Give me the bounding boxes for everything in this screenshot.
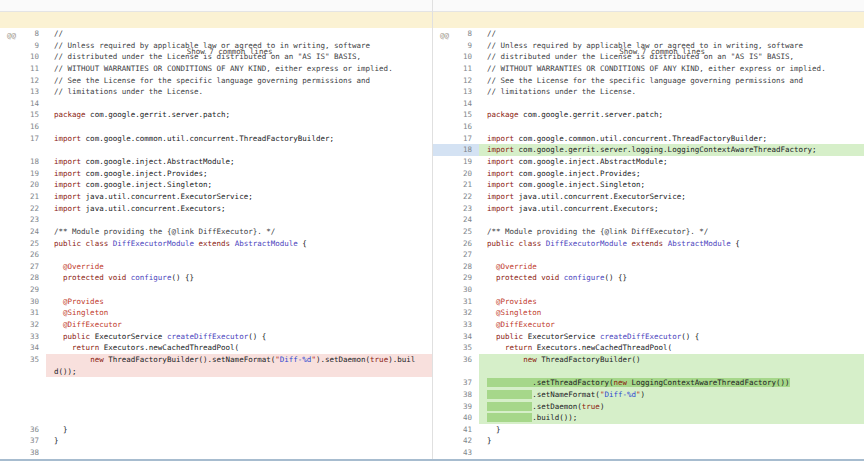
line-number[interactable]: 43	[433, 447, 479, 459]
code-line: import com.google.inject.AbstractModule;	[479, 156, 864, 168]
line-number[interactable]: 21	[0, 191, 46, 203]
line-number[interactable]: 24	[0, 226, 46, 238]
line-number[interactable]: 17	[0, 133, 46, 145]
line-number[interactable]: 19	[433, 156, 479, 168]
line-number[interactable]: 38	[433, 389, 479, 401]
code-line	[479, 249, 864, 261]
line-number[interactable]: 11	[0, 63, 46, 75]
line-number[interactable]: 31	[0, 307, 46, 319]
code-segment: import	[54, 204, 81, 213]
code-segment: @Singleton	[63, 308, 108, 317]
line-number[interactable]: 23	[433, 203, 479, 215]
line-number[interactable]: 31	[433, 296, 479, 308]
line-number[interactable]: 11	[433, 63, 479, 75]
line-number[interactable]: 24	[433, 214, 479, 226]
diff-row: 27 @Override	[0, 261, 432, 273]
line-number[interactable]: 34	[433, 331, 479, 343]
diff-row: 26public class DiffExecutorModule extend…	[433, 238, 864, 250]
hunk-marker: @@	[7, 28, 16, 44]
line-number[interactable]: 35	[433, 342, 479, 354]
line-number[interactable]: 33	[0, 331, 46, 343]
line-number[interactable]: 22	[0, 203, 46, 215]
code-segment: com.google.inject.Singleton;	[514, 180, 645, 189]
line-number[interactable]: 16	[433, 121, 479, 133]
line-number[interactable]: 37	[433, 377, 479, 389]
line-number[interactable]: 35	[0, 354, 46, 366]
diff-row: 27	[433, 249, 864, 261]
line-number[interactable]: 34	[0, 342, 46, 354]
code-line	[479, 121, 864, 133]
line-number[interactable]: 25	[433, 226, 479, 238]
line-number[interactable]	[0, 412, 46, 424]
line-number[interactable]: 25	[0, 238, 46, 250]
code-line: .build());	[479, 412, 864, 424]
code-segment: ExecutorService	[90, 332, 167, 341]
diff-row: 14	[433, 98, 864, 110]
line-number[interactable]: 20	[433, 168, 479, 180]
line-number[interactable]: 32	[433, 307, 479, 319]
line-number[interactable]: 22	[433, 191, 479, 203]
line-number[interactable]	[0, 389, 46, 401]
line-number[interactable]: 10	[0, 51, 46, 63]
line-number[interactable]: 28	[0, 272, 46, 284]
line-number[interactable]: 14	[0, 98, 46, 110]
line-number[interactable]	[0, 377, 46, 389]
line-number[interactable]: 12	[433, 75, 479, 87]
code-segment	[54, 355, 90, 364]
line-number[interactable]	[0, 401, 46, 413]
line-number[interactable]: 10	[433, 51, 479, 63]
line-number[interactable]: 30	[433, 284, 479, 296]
line-number[interactable]: 21	[433, 179, 479, 191]
line-number[interactable]: 14	[433, 98, 479, 110]
line-number[interactable]	[433, 366, 479, 378]
code-segment: ).buil	[388, 355, 415, 364]
code-segment: public class	[54, 239, 108, 248]
line-number[interactable]: 18	[433, 144, 479, 156]
line-number[interactable]: 23	[0, 214, 46, 226]
line-number[interactable]	[0, 144, 46, 156]
code-line: @Override	[479, 261, 864, 273]
line-number[interactable]: 29	[433, 272, 479, 284]
line-number[interactable]: 38	[0, 447, 46, 459]
code-line	[46, 98, 432, 110]
diff-row: 36 }	[0, 424, 432, 436]
code-line: .setNameFormat("Diff-%d")	[479, 389, 864, 401]
line-number[interactable]: 36	[0, 424, 46, 436]
line-number[interactable]: 19	[0, 168, 46, 180]
line-number[interactable]: 30	[0, 296, 46, 308]
line-number[interactable]: 18	[0, 156, 46, 168]
expand-common-lines-right[interactable]: @@ Show 7 common lines	[433, 12, 864, 28]
line-number[interactable]	[0, 366, 46, 378]
line-number[interactable]: 33	[433, 319, 479, 331]
line-number[interactable]: 17	[433, 133, 479, 145]
line-number[interactable]: 39	[433, 401, 479, 413]
line-number[interactable]: 28	[433, 261, 479, 273]
line-number[interactable]: 42	[433, 435, 479, 447]
code-line: import java.util.concurrent.ExecutorServ…	[46, 191, 432, 203]
line-number[interactable]: 26	[0, 249, 46, 261]
line-number[interactable]: 40	[433, 412, 479, 424]
code-line: @Singleton	[46, 307, 432, 319]
code-segment: .setNameFormat(	[532, 390, 600, 399]
line-number[interactable]: 26	[433, 238, 479, 250]
code-segment: Diff-%d	[280, 355, 312, 364]
line-number[interactable]: 20	[0, 179, 46, 191]
line-number[interactable]: 29	[0, 284, 46, 296]
line-number[interactable]: 41	[433, 424, 479, 436]
code-segment: com.google.inject.AbstractModule;	[81, 157, 235, 166]
line-number[interactable]: 12	[0, 75, 46, 87]
line-number[interactable]: 32	[0, 319, 46, 331]
line-number[interactable]: 15	[0, 109, 46, 121]
left-pane: File @@ Show 7 common lines 8//9// Unles…	[0, 0, 432, 459]
line-number[interactable]: 27	[433, 249, 479, 261]
line-number[interactable]: 13	[433, 86, 479, 98]
line-number[interactable]: 13	[0, 86, 46, 98]
line-number[interactable]: 27	[0, 261, 46, 273]
expand-common-lines-left[interactable]: @@ Show 7 common lines	[0, 12, 432, 28]
line-number[interactable]: 15	[433, 109, 479, 121]
line-number[interactable]: 16	[0, 121, 46, 133]
code-segment: import	[487, 204, 514, 213]
line-number[interactable]: 37	[0, 435, 46, 447]
code-segment: Executors.newCachedThreadPool(	[532, 343, 672, 352]
line-number[interactable]: 36	[433, 354, 479, 366]
